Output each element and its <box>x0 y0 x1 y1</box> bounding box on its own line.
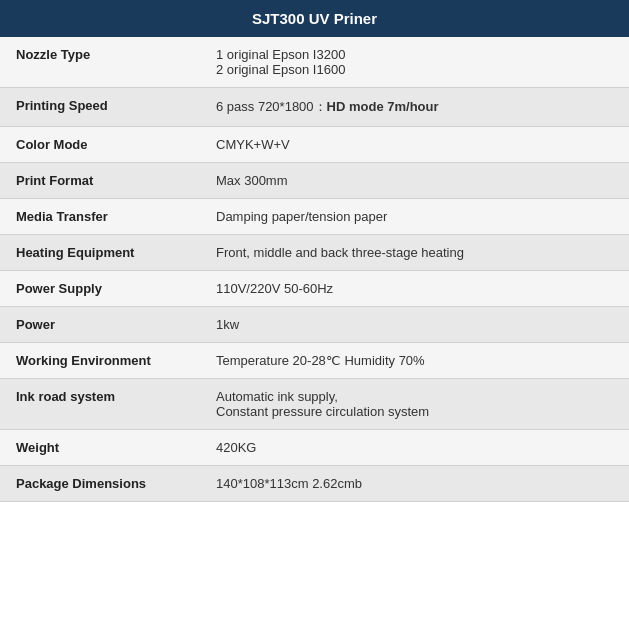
row-label: Package Dimensions <box>0 466 200 502</box>
row-value: 140*108*113cm 2.62cmb <box>200 466 629 502</box>
row-value: Max 300mm <box>200 163 629 199</box>
value-line: 1 original Epson I3200 <box>216 47 345 62</box>
row-label: Working Environment <box>0 343 200 379</box>
value-bold: HD mode 7m/hour <box>327 99 439 114</box>
row-value: 6 pass 720*1800：HD mode 7m/hour <box>200 88 629 127</box>
row-label: Ink road system <box>0 379 200 430</box>
row-label: Nozzle Type <box>0 37 200 88</box>
value-line: Constant pressure circulation system <box>216 404 429 419</box>
row-value: Automatic ink supply,Constant pressure c… <box>200 379 629 430</box>
table-row: Ink road systemAutomatic ink supply,Cons… <box>0 379 629 430</box>
row-label: Power <box>0 307 200 343</box>
table-row: Package Dimensions140*108*113cm 2.62cmb <box>0 466 629 502</box>
table-row: Print FormatMax 300mm <box>0 163 629 199</box>
value-normal: 6 pass 720*1800： <box>216 99 327 114</box>
spec-table-container: SJT300 UV Priner Nozzle Type1 original E… <box>0 0 629 502</box>
spec-table: Nozzle Type1 original Epson I32002 origi… <box>0 37 629 502</box>
table-title: SJT300 UV Priner <box>252 10 377 27</box>
table-header: SJT300 UV Priner <box>0 0 629 37</box>
table-row: Power1kw <box>0 307 629 343</box>
table-row: Weight420KG <box>0 430 629 466</box>
table-row: Power Supply110V/220V 50-60Hz <box>0 271 629 307</box>
row-value: 1 original Epson I32002 original Epson I… <box>200 37 629 88</box>
table-row: Heating EquipmentFront, middle and back … <box>0 235 629 271</box>
row-value: 420KG <box>200 430 629 466</box>
row-value: 1kw <box>200 307 629 343</box>
row-value: Damping paper/tension paper <box>200 199 629 235</box>
table-row: Color ModeCMYK+W+V <box>0 127 629 163</box>
row-label: Media Transfer <box>0 199 200 235</box>
row-value: CMYK+W+V <box>200 127 629 163</box>
row-label: Color Mode <box>0 127 200 163</box>
table-row: Printing Speed6 pass 720*1800：HD mode 7m… <box>0 88 629 127</box>
table-row: Working EnvironmentTemperature 20-28℃ Hu… <box>0 343 629 379</box>
row-label: Power Supply <box>0 271 200 307</box>
row-label: Print Format <box>0 163 200 199</box>
table-row: Media TransferDamping paper/tension pape… <box>0 199 629 235</box>
row-value: Front, middle and back three-stage heati… <box>200 235 629 271</box>
row-value: Temperature 20-28℃ Humidity 70% <box>200 343 629 379</box>
value-line: Automatic ink supply, <box>216 389 338 404</box>
row-label: Printing Speed <box>0 88 200 127</box>
table-row: Nozzle Type1 original Epson I32002 origi… <box>0 37 629 88</box>
row-value: 110V/220V 50-60Hz <box>200 271 629 307</box>
row-label: Weight <box>0 430 200 466</box>
value-line: 2 original Epson I1600 <box>216 62 345 77</box>
row-label: Heating Equipment <box>0 235 200 271</box>
